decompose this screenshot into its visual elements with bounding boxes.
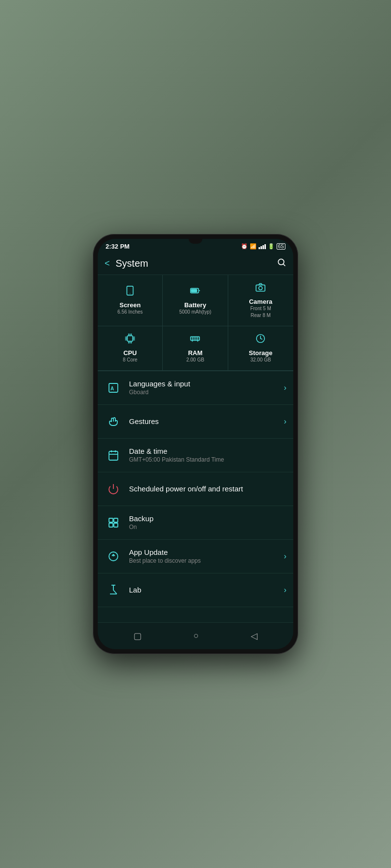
- languages-icon: A: [105, 379, 122, 397]
- backup-title: Backup: [129, 514, 286, 523]
- ram-sub: 2.00 GB: [186, 357, 204, 363]
- scheduled-title: Scheduled power on/off and restart: [129, 485, 286, 493]
- scheduled-icon: [105, 480, 122, 498]
- gestures-chevron: ›: [284, 417, 286, 426]
- setting-item-lab[interactable]: Lab ›: [98, 573, 293, 607]
- languages-subtitle: Gboard: [129, 389, 284, 396]
- backup-text: Backup On: [129, 514, 286, 530]
- screen-label: Screen: [119, 301, 140, 309]
- battery-label: Battery: [184, 301, 206, 309]
- nav-home-button[interactable]: ○: [186, 629, 207, 643]
- svg-rect-22: [191, 337, 199, 340]
- backup-subtitle: On: [129, 524, 286, 530]
- languages-title: Languages & input: [129, 380, 284, 388]
- grid-cell-cpu[interactable]: CPU 8 Core: [98, 326, 163, 371]
- appupdate-chevron: ›: [284, 552, 286, 561]
- svg-line-1: [283, 264, 285, 266]
- gestures-title: Gestures: [129, 417, 284, 425]
- grid-cell-battery[interactable]: Battery 5000 mAh(typ): [163, 275, 228, 326]
- lab-chevron: ›: [284, 586, 286, 594]
- svg-point-8: [259, 286, 262, 290]
- svg-rect-2: [127, 286, 133, 295]
- nav-recents-button[interactable]: ▢: [126, 629, 150, 643]
- page-title: System: [116, 258, 277, 269]
- back-button[interactable]: <: [105, 258, 110, 269]
- grid-cell-ram[interactable]: RAM 2.00 GB: [163, 326, 228, 371]
- screen-sub: 6.56 Inches: [117, 309, 143, 316]
- gestures-text: Gestures: [129, 417, 284, 425]
- languages-text: Languages & input Gboard: [129, 380, 284, 396]
- svg-rect-32: [109, 451, 118, 460]
- cpu-sub: 8 Core: [123, 357, 137, 363]
- signal-bars: [259, 244, 266, 249]
- svg-rect-40: [114, 523, 118, 527]
- grid-cell-storage[interactable]: Storage 32.00 GB: [228, 326, 293, 371]
- grid-cell-camera[interactable]: Camera Front 5 M Rear 8 M: [228, 275, 293, 326]
- ram-icon: [190, 333, 200, 346]
- grid-cell-screen[interactable]: Screen 6.56 Inches: [98, 275, 163, 326]
- appupdate-title: App Update: [129, 548, 284, 556]
- setting-item-scheduled[interactable]: Scheduled power on/off and restart: [98, 472, 293, 506]
- camera-icon: [255, 282, 266, 295]
- appupdate-text: App Update Best place to discover apps: [129, 548, 284, 564]
- camera-sub: Front 5 M Rear 8 M: [250, 305, 271, 319]
- battery-grid-icon: [190, 285, 200, 298]
- info-grid: Screen 6.56 Inches Battery 5000 mAh(typ): [98, 275, 293, 371]
- svg-rect-38: [114, 518, 118, 522]
- cpu-icon: [125, 333, 135, 346]
- svg-point-0: [278, 259, 284, 265]
- setting-item-datetime[interactable]: Date & time GMT+05:00 Pakistan Standard …: [98, 439, 293, 472]
- svg-rect-6: [192, 289, 197, 292]
- scheduled-text: Scheduled power on/off and restart: [129, 485, 286, 493]
- battery-sub: 5000 mAh(typ): [179, 309, 212, 316]
- lab-icon: [105, 581, 122, 599]
- bottom-nav: ▢ ○ ◁: [98, 622, 293, 649]
- ram-label: RAM: [188, 349, 203, 357]
- setting-item-gestures[interactable]: Gestures ›: [98, 405, 293, 439]
- svg-rect-37: [109, 518, 113, 522]
- storage-label: Storage: [249, 349, 272, 357]
- appupdate-icon: [105, 548, 122, 565]
- datetime-title: Date & time: [129, 447, 286, 455]
- storage-icon: [255, 333, 266, 346]
- backup-icon: [105, 514, 122, 531]
- gestures-icon: [105, 413, 122, 430]
- datetime-subtitle: GMT+05:00 Pakistan Standard Time: [129, 456, 286, 463]
- nav-back-button[interactable]: ◁: [243, 629, 265, 643]
- search-button[interactable]: [277, 257, 286, 270]
- camera-label: Camera: [249, 298, 272, 305]
- battery-icon: 🔋: [268, 243, 275, 250]
- svg-rect-39: [109, 523, 113, 527]
- setting-item-appupdate[interactable]: App Update Best place to discover apps ›: [98, 540, 293, 573]
- network-badge: 6S: [277, 243, 285, 250]
- setting-item-languages[interactable]: A Languages & input Gboard ›: [98, 371, 293, 405]
- datetime-icon: [105, 446, 122, 464]
- svg-text:A: A: [110, 386, 114, 391]
- phone-screen: 2:32 PM ⏰ 📶 🔋 6S <: [98, 239, 293, 649]
- cpu-label: CPU: [123, 349, 136, 357]
- datetime-text: Date & time GMT+05:00 Pakistan Standard …: [129, 447, 286, 463]
- phone-frame: 2:32 PM ⏰ 📶 🔋 6S <: [93, 234, 298, 654]
- screen-icon: [125, 285, 135, 298]
- wifi-icon: 📶: [250, 243, 257, 250]
- storage-sub: 32.00 GB: [250, 357, 271, 363]
- appupdate-subtitle: Best place to discover apps: [129, 557, 284, 564]
- setting-item-backup[interactable]: Backup On: [98, 506, 293, 540]
- settings-list: A Languages & input Gboard ›: [98, 371, 293, 622]
- lab-title: Lab: [129, 586, 284, 594]
- status-time: 2:32 PM: [106, 243, 130, 250]
- svg-rect-9: [128, 336, 133, 341]
- lab-text: Lab: [129, 586, 284, 594]
- alarm-icon: ⏰: [241, 243, 248, 250]
- app-header: < System: [98, 253, 293, 275]
- status-icons: ⏰ 📶 🔋 6S: [241, 243, 285, 250]
- languages-chevron: ›: [284, 383, 286, 392]
- search-icon: [277, 257, 286, 267]
